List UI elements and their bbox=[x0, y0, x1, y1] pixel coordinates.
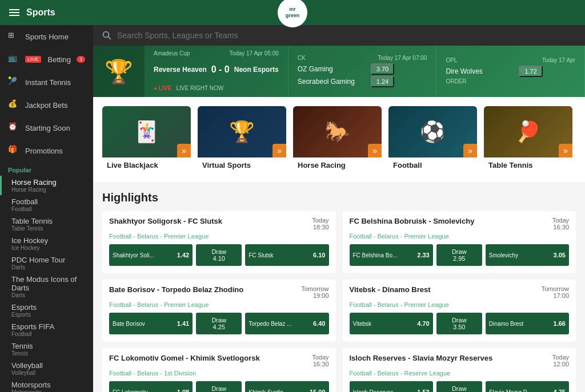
team2-odd: 15.00 bbox=[310, 389, 326, 392]
match-card-m1: Shakhtyor Soligorsk - FC Slutsk Today18:… bbox=[102, 211, 336, 273]
sidebar: ⊞ Sports Home 📺 LIVE Betting 3 🎾 Instant… bbox=[0, 25, 93, 392]
promotions-icon: 🎁 bbox=[8, 145, 19, 156]
match-odds: Vitebsk 4.70 Draw 3.50 Dinamo Brest 1.66 bbox=[343, 313, 576, 341]
odds-draw[interactable]: Draw 3.50 bbox=[436, 313, 482, 334]
sidebar-label-instant-tennis: Instant Tennis bbox=[25, 78, 71, 87]
sidebar-item-motorsports[interactable]: Motorsports Motorsports bbox=[0, 378, 93, 392]
odds-draw[interactable]: Draw 4.10 bbox=[196, 244, 242, 266]
team2-odd: 6.40 bbox=[313, 320, 325, 327]
sidebar-item-instant-tennis[interactable]: 🎾 Instant Tennis bbox=[0, 71, 93, 94]
sidebar-item-jackpot-bets[interactable]: 💰 Jackpot Bets bbox=[0, 94, 93, 116]
card-virtual-sports[interactable]: 🏆 » Virtual Sports bbox=[198, 106, 286, 173]
match-card-m6: Isloch Reserves - Slavia Mozyr Reserves … bbox=[343, 348, 576, 392]
sidebar-item-ice-hockey[interactable]: Ice Hockey Ice Hockey bbox=[0, 234, 93, 253]
sidebar-label-jackpot-bets: Jackpot Bets bbox=[25, 101, 67, 110]
team1-odd: 1.42 bbox=[177, 252, 189, 258]
match-title: Bate Borisov - Torpedo Belaz Zhodino bbox=[109, 285, 243, 294]
popular-section-label: Popular bbox=[0, 162, 93, 176]
odds-draw[interactable]: Draw 10.00 bbox=[196, 381, 242, 392]
match-league: Football - Belarus - Premier League bbox=[343, 233, 576, 244]
odds-team2[interactable]: Slavia Mozyr R... 4.75 bbox=[486, 381, 569, 392]
search-input[interactable] bbox=[117, 31, 576, 40]
draw-label: Draw bbox=[211, 248, 226, 255]
match-title: Isloch Reserves - Slavia Mozyr Reserves bbox=[350, 354, 493, 362]
odds-team1[interactable]: Bate Borisov 1.41 bbox=[109, 313, 193, 334]
main-layout: ⊞ Sports Home 📺 LIVE Betting 3 🎾 Instant… bbox=[0, 25, 585, 392]
sidebar-item-tennis[interactable]: Tennis Tennis bbox=[0, 340, 93, 359]
blackjack-label: Live Blackjack bbox=[102, 157, 191, 173]
odds-team2[interactable]: Dinamo Brest 1.66 bbox=[486, 313, 569, 334]
tennis-label: Tennis bbox=[11, 342, 85, 350]
sidebar-item-starting-soon[interactable]: ⏰ Starting Soon bbox=[0, 116, 93, 139]
odds-team1[interactable]: Vitebsk 4.70 bbox=[350, 313, 433, 334]
team1-name: FC Belshina Bo... bbox=[353, 252, 398, 258]
sidebar-item-horse-racing[interactable]: Horse Racing Horse Racing bbox=[0, 176, 93, 195]
football-sublabel: Football bbox=[11, 206, 85, 212]
table-tennis-label: Table Tennis bbox=[11, 217, 85, 225]
trophy-section: 🏆 bbox=[93, 46, 145, 97]
volleyball-sublabel: Volleyball bbox=[11, 370, 85, 376]
esports-fifa-label: Esports FIFA bbox=[11, 322, 85, 331]
odds-team1[interactable]: FC Lokomotiv ... 1.08 bbox=[109, 381, 193, 392]
match-league: Football - Belarus - Premier League bbox=[102, 301, 336, 313]
match-time: Tomorrow17:00 bbox=[542, 285, 569, 299]
team1-name: Bate Borisov bbox=[113, 321, 145, 327]
blackjack-arrow: » bbox=[177, 144, 191, 157]
card-horse-racing[interactable]: 🐎 » Horse Racing bbox=[293, 106, 382, 173]
sidebar-item-volleyball[interactable]: Volleyball Volleyball bbox=[0, 359, 93, 378]
card-football[interactable]: ⚽ » Football bbox=[388, 106, 477, 173]
odd-team3a[interactable]: 1.72 bbox=[519, 66, 542, 77]
match-card-m5: FC Lokomotiv Gomel - Khimik Svetlogorsk … bbox=[102, 348, 336, 392]
match-card-header: Isloch Reserves - Slavia Mozyr Reserves … bbox=[343, 348, 576, 370]
odd-team2b[interactable]: 1.24 bbox=[371, 76, 394, 87]
sidebar-item-table-tennis[interactable]: Table Tennis Table Tennis bbox=[0, 215, 93, 234]
match-card-header: FC Lokomotiv Gomel - Khimik Svetlogorsk … bbox=[102, 348, 336, 370]
hamburger-icon[interactable] bbox=[9, 7, 19, 18]
sidebar-item-promotions[interactable]: 🎁 Promotions bbox=[0, 139, 93, 162]
team1-name: Shakhtyor Soli... bbox=[113, 252, 154, 258]
sidebar-item-modus-icons[interactable]: The Modus Icons of Darts Darts bbox=[0, 273, 93, 301]
match-time: Today16:30 bbox=[312, 354, 328, 367]
match-card-header: FC Belshina Bobruisk - Smolevichy Today1… bbox=[343, 211, 576, 233]
odds-team2[interactable]: Khimik Svetlo... 15.00 bbox=[245, 381, 328, 392]
match-block-1: Amadeus Cup Today 17 Apr 05:00 Reverse H… bbox=[145, 46, 289, 97]
sidebar-item-pdc-home-tour[interactable]: PDC Home Tour Darts bbox=[0, 253, 93, 273]
sidebar-item-esports[interactable]: Esports Esports bbox=[0, 301, 93, 320]
odd-team2a[interactable]: 3.70 bbox=[371, 63, 394, 75]
sidebar-item-sports-home[interactable]: ⊞ Sports Home bbox=[0, 25, 93, 48]
odds-team2[interactable]: Smolevichy 3.05 bbox=[486, 244, 569, 266]
jackpot-icon: 💰 bbox=[8, 99, 19, 111]
category-section: 🃏 » Live Blackjack 🏆 » Virtual Sports 🐎 … bbox=[93, 97, 585, 182]
draw-label: Draw bbox=[211, 385, 226, 392]
search-icon bbox=[102, 31, 111, 40]
match-block-2: CK Today 17 Apr 07:00 OZ Gaming 3.70 Seo… bbox=[289, 46, 437, 97]
match-time: Today16:30 bbox=[552, 217, 569, 231]
team2-name: Smolevichy bbox=[489, 252, 518, 258]
odds-team1[interactable]: FC Belshina Bo... 2.33 bbox=[350, 244, 433, 266]
team1-odd: 2.33 bbox=[417, 252, 429, 258]
odds-team1[interactable]: Shakhtyor Soli... 1.42 bbox=[109, 244, 193, 266]
virtual-label: Virtual Sports bbox=[198, 157, 286, 173]
content-area: 🏆 Amadeus Cup Today 17 Apr 05:00 Reverse… bbox=[93, 25, 585, 392]
odds-draw[interactable]: Draw 4.25 bbox=[196, 313, 242, 334]
team2-odd: 6.10 bbox=[313, 252, 325, 258]
sidebar-item-football[interactable]: Football Football bbox=[0, 195, 93, 215]
team2-odd: 4.75 bbox=[554, 389, 566, 392]
odds-team2[interactable]: Torpedo Belaz ... 6.40 bbox=[245, 313, 328, 334]
draw-label: Draw bbox=[211, 317, 226, 324]
football-label: Football bbox=[11, 197, 85, 206]
draw-odd: 2.95 bbox=[453, 255, 465, 262]
odds-team1[interactable]: Isloch Reserves 1.53 bbox=[350, 381, 433, 392]
card-table-tennis[interactable]: 🏓 » Table Tennis bbox=[484, 106, 572, 173]
odds-draw[interactable]: Draw 4.50 bbox=[436, 381, 482, 392]
team1b: Neon Esports bbox=[234, 66, 279, 74]
match-title: Shakhtyor Soligorsk - FC Slutsk bbox=[109, 217, 222, 225]
card-live-blackjack[interactable]: 🃏 » Live Blackjack bbox=[102, 106, 191, 173]
odds-team2[interactable]: FC Slutsk 6.10 bbox=[245, 244, 328, 266]
motorsports-sublabel: Motorsports bbox=[11, 389, 85, 392]
team2-odd: 3.05 bbox=[554, 252, 566, 258]
team2-name: FC Slutsk bbox=[249, 252, 273, 258]
odds-draw[interactable]: Draw 2.95 bbox=[436, 244, 482, 266]
sidebar-item-live-betting[interactable]: 📺 LIVE Betting 3 bbox=[0, 48, 93, 71]
sidebar-item-esports-fifa[interactable]: Esports FIFA Football bbox=[0, 320, 93, 340]
